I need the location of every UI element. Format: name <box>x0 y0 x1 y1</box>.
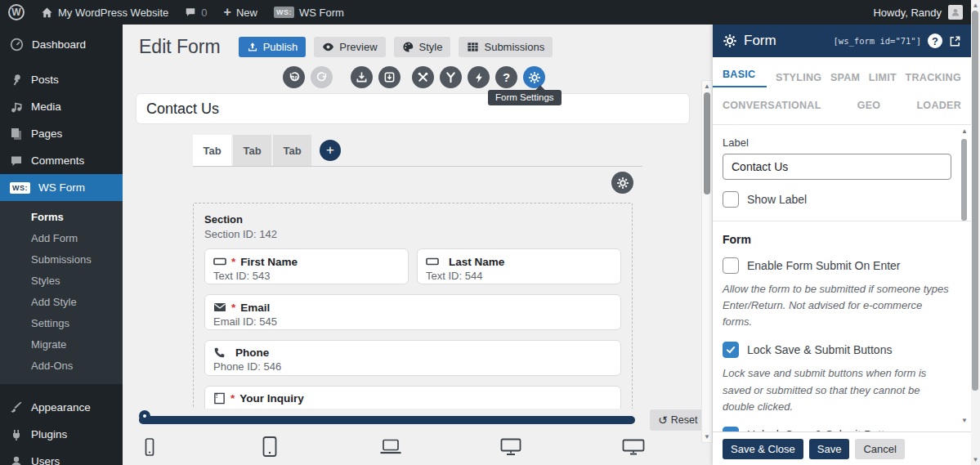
text-input-icon <box>426 255 439 268</box>
form-section[interactable]: Section Section ID: 142 * First Name Tex… <box>193 203 633 415</box>
form-settings-button[interactable] <box>523 66 545 88</box>
import-button[interactable] <box>351 66 373 88</box>
browser-scroll-down-arrow[interactable]: ▼ <box>971 456 980 463</box>
shortcode-label[interactable]: [ws_form id="71"] <box>834 36 921 46</box>
tab-conversational[interactable]: CONVERSATIONAL <box>723 100 821 111</box>
pages-icon <box>10 127 23 141</box>
tab-basic[interactable]: BASIC <box>713 69 767 87</box>
howdy-user-link[interactable]: Howdy, Randy <box>873 7 942 19</box>
ws-form-admin-bar-menu[interactable]: WS: WS Form <box>266 0 352 25</box>
sidebar-item-users[interactable]: Users <box>0 448 123 465</box>
tab-tracking[interactable]: TRACKING <box>906 72 961 83</box>
label-input[interactable] <box>723 154 951 180</box>
breakpoint-slider-handle[interactable] <box>139 410 150 422</box>
tab-spam[interactable]: SPAM <box>830 72 860 83</box>
redo-button[interactable] <box>311 66 333 88</box>
tools-button[interactable] <box>412 66 434 88</box>
submenu-item-forms[interactable]: Forms <box>0 207 123 228</box>
breakpoint-desktop-icon[interactable] <box>500 438 521 458</box>
tab-geo[interactable]: GEO <box>857 100 881 111</box>
panel-scroll-up-arrow[interactable]: ▲ <box>960 127 969 135</box>
show-label-checkbox[interactable] <box>723 191 739 208</box>
breakpoint-slider[interactable] <box>139 416 635 424</box>
field-last-name[interactable]: Last Name Text ID: 544 <box>417 248 621 284</box>
breakpoint-tablet-icon[interactable] <box>262 436 278 460</box>
sidebar-item-pages[interactable]: Pages <box>0 120 123 147</box>
editor-scrollbar[interactable]: ▲ ▼ <box>701 80 713 443</box>
tab-settings-button[interactable] <box>611 172 633 194</box>
form-tab-1[interactable]: Tab <box>193 135 231 166</box>
ws-form-submenu: Forms Add Form Submissions Styles Add St… <box>0 201 123 384</box>
submenu-item-add-ons[interactable]: Add-Ons <box>0 355 123 377</box>
tab-styling[interactable]: STYLING <box>776 72 821 83</box>
scroll-up-arrow[interactable]: ▲ <box>702 83 712 90</box>
tab-loader[interactable]: LOADER <box>916 100 961 111</box>
cancel-button[interactable]: Cancel <box>855 439 904 459</box>
breakpoint-laptop-icon[interactable] <box>379 439 402 458</box>
user-avatar[interactable] <box>948 5 963 20</box>
form-tab-2[interactable]: Tab <box>233 135 271 166</box>
publish-icon <box>247 42 258 53</box>
submit-on-enter-checkbox[interactable] <box>723 257 739 274</box>
sidebar-item-media[interactable]: Media <box>0 93 123 120</box>
comments-shortcut[interactable]: 0 <box>177 0 215 25</box>
admin-bar: W My WordPress Website 0 + New WS: WS Fo… <box>0 0 971 25</box>
show-label-checkbox-row[interactable]: Show Label <box>723 191 951 208</box>
add-tab-button[interactable]: + <box>320 140 341 161</box>
conditional-logic-button[interactable] <box>440 66 462 88</box>
sidebar-item-dashboard[interactable]: Dashboard <box>0 31 123 58</box>
panel-help-icon[interactable]: ? <box>928 34 942 48</box>
new-content-menu[interactable]: + New <box>216 0 266 25</box>
browser-scroll-up-arrow[interactable]: ▲ <box>971 2 980 9</box>
publish-button[interactable]: Publish <box>239 37 307 57</box>
field-label: Last Name <box>449 256 504 268</box>
tab-limit[interactable]: LIMIT <box>869 72 897 83</box>
field-email[interactable]: * Email Email ID: 545 <box>204 294 621 330</box>
field-phone[interactable]: Phone Phone ID: 546 <box>204 340 621 376</box>
form-tab-3[interactable]: Tab <box>273 135 311 166</box>
save-and-close-button[interactable]: Save & Close <box>723 439 803 459</box>
media-icon <box>10 101 23 114</box>
panel-scroll-down-arrow[interactable]: ▼ <box>960 417 969 424</box>
sidebar-item-plugins[interactable]: Plugins <box>0 421 123 448</box>
panel-scrollbar[interactable]: ▲ ▼ <box>960 127 969 424</box>
save-button[interactable]: Save <box>809 439 850 459</box>
help-button[interactable]: ? <box>495 66 517 88</box>
expand-icon[interactable] <box>949 35 961 47</box>
submissions-button[interactable]: Submissions <box>459 37 553 57</box>
browser-scrollbar-thumb[interactable] <box>972 11 978 391</box>
reset-breakpoint-button[interactable]: ↺ Reset <box>650 409 705 431</box>
submit-on-enter-checkbox-row[interactable]: Enable Form Submit On Enter <box>723 257 951 274</box>
submenu-item-styles[interactable]: Styles <box>0 271 123 292</box>
lock-buttons-checkbox[interactable] <box>723 342 739 358</box>
submenu-item-settings[interactable]: Settings <box>0 313 123 334</box>
browser-scrollbar[interactable]: ▲ ▼ <box>971 0 980 465</box>
submenu-item-migrate[interactable]: Migrate <box>0 334 123 355</box>
undo-button[interactable]: 10 <box>283 66 305 88</box>
ws-form-badge-icon: WS: <box>274 7 294 18</box>
scroll-down-arrow[interactable]: ▼ <box>702 433 712 440</box>
sidebar-item-label: WS Form <box>38 181 85 194</box>
panel-scrollbar-thumb[interactable] <box>961 139 967 221</box>
actions-button[interactable] <box>468 66 490 88</box>
sidebar-item-appearance[interactable]: Appearance <box>0 394 123 421</box>
lock-buttons-checkbox-row[interactable]: Lock Save & Submit Buttons <box>723 342 951 358</box>
submenu-item-submissions[interactable]: Submissions <box>0 249 123 271</box>
form-name-heading[interactable]: Contact Us <box>136 93 690 124</box>
sidebar-item-comments[interactable]: Comments <box>0 147 123 174</box>
preview-button[interactable]: Preview <box>314 37 385 57</box>
required-asterisk: * <box>230 392 235 405</box>
wordpress-logo-menu[interactable]: W <box>0 0 33 25</box>
scrollbar-thumb[interactable] <box>704 92 710 194</box>
sidebar-item-posts[interactable]: Posts <box>0 66 123 93</box>
submenu-item-add-form[interactable]: Add Form <box>0 228 123 249</box>
submenu-item-add-style[interactable]: Add Style <box>0 292 123 313</box>
breakpoint-large-monitor-icon[interactable] <box>622 439 645 458</box>
site-name-link[interactable]: My WordPress Website <box>33 0 177 25</box>
breakpoint-phone-icon[interactable] <box>143 438 156 460</box>
text-input-icon <box>213 255 226 268</box>
field-first-name[interactable]: * First Name Text ID: 543 <box>204 248 409 284</box>
export-button[interactable] <box>378 66 401 88</box>
style-button[interactable]: Style <box>394 37 451 57</box>
sidebar-item-ws-form[interactable]: WS: WS Form <box>0 174 123 201</box>
